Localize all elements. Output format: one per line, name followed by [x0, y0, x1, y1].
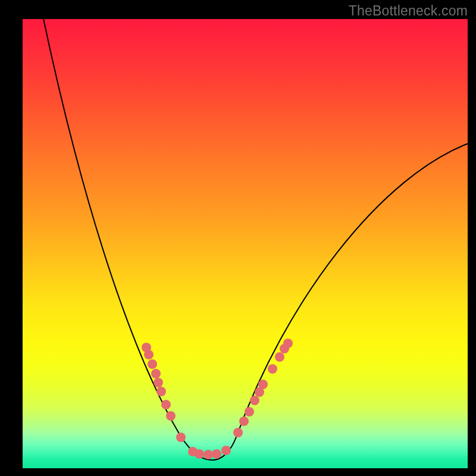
curve-marker: [245, 407, 254, 416]
curve-marker: [283, 339, 293, 348]
curve-marker: [151, 369, 161, 378]
watermark-label: TheBottleneck.com: [349, 3, 468, 19]
curve-marker: [148, 359, 157, 369]
curve-marker: [203, 450, 213, 459]
curve-marker: [268, 364, 277, 374]
curve-marker: [258, 380, 268, 389]
chart-frame: TheBottleneck.com: [0, 0, 476, 476]
curve-marker: [161, 400, 171, 409]
curve-marker: [212, 449, 221, 459]
curve-marker: [250, 396, 259, 405]
curve-svg: [23, 19, 468, 468]
plot-area: [23, 19, 468, 468]
curve-marker: [154, 378, 163, 387]
curve-marker: [239, 416, 249, 426]
curve-marker: [166, 411, 176, 421]
curve-marker: [275, 352, 284, 362]
curve-marker: [221, 446, 231, 455]
curve-marker: [195, 449, 204, 459]
curve-marker: [156, 387, 166, 396]
curve-marker: [176, 433, 186, 442]
curve-marker: [144, 350, 154, 359]
curve-marker: [233, 428, 243, 437]
curve-markers: [142, 339, 293, 459]
